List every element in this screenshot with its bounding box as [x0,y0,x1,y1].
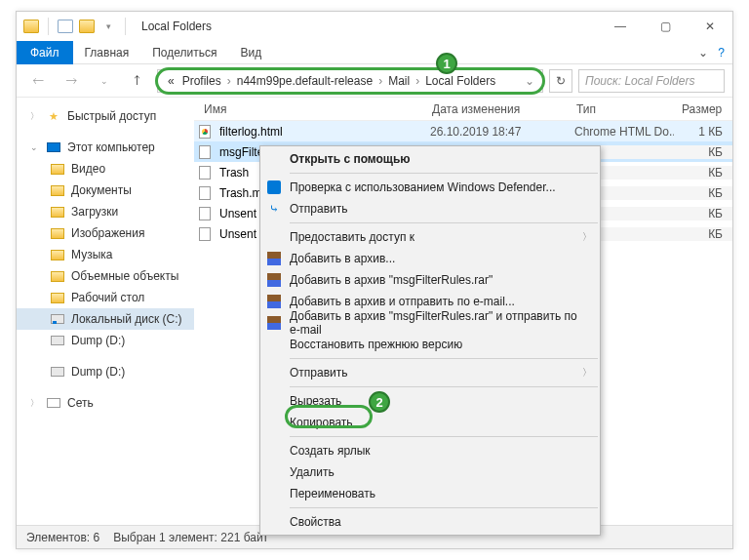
sidebar-item-music[interactable]: Музыка [17,244,194,265]
menu-send-to[interactable]: Отправить〉 [260,362,600,383]
up-button[interactable]: 🡑 [124,67,151,95]
status-selection: Выбран 1 элемент: 221 байт [113,531,268,544]
sidebar-label: Объемные объекты [71,269,178,283]
menu-rename[interactable]: Переименовать [260,483,600,504]
column-headers: Имя Дата изменения Тип Размер [194,98,732,121]
sidebar-item-documents[interactable]: Документы [17,180,194,201]
forward-button[interactable]: 🡒 [58,67,85,95]
file-icon [196,207,214,220]
minimize-button[interactable]: — [598,12,643,41]
menu-label: Открыть с помощью [290,152,411,166]
breadcrumb-item[interactable]: Mail [384,74,414,88]
breadcrumb-item[interactable]: Profiles [178,74,225,88]
status-count: Элементов: 6 [26,531,99,544]
menu-share[interactable]: ⤷Отправить [260,198,600,220]
breadcrumb[interactable]: « Profiles › n44m99pe.default-release › … [157,69,543,93]
window-title: Local Folders [141,20,212,33]
menu-defender-scan[interactable]: Проверка с использованием Windows Defend… [260,177,600,198]
sidebar-label: Dump (D:) [71,365,125,379]
menu-label: Восстановить прежнюю версию [290,338,462,351]
menu-open-with[interactable]: Открыть с помощью [260,148,600,170]
menu-properties[interactable]: Свойства [260,511,600,533]
chevron-right-icon[interactable]: › [225,74,233,88]
context-menu: Открыть с помощью Проверка с использован… [259,145,601,536]
tab-home[interactable]: Главная [73,42,141,63]
sidebar-item-quick-access[interactable]: 〉★Быстрый доступ [17,105,194,127]
menu-add-rar[interactable]: Добавить в архив "msgFilterRules.rar" [260,269,600,291]
menu-label: Свойства [290,515,341,529]
menu-label: Создать ярлык [290,444,371,458]
help-icon[interactable]: ? [718,46,725,60]
menu-label: Отправить [290,366,348,380]
ribbon-expand-icon[interactable]: ⌄ [698,46,708,60]
qat-newfolder-icon[interactable] [78,18,96,35]
menu-label: Проверка с использованием Windows Defend… [290,180,556,194]
column-size[interactable]: Размер [674,102,732,116]
menu-copy[interactable]: Копировать [260,412,600,433]
sidebar-item-this-pc[interactable]: ⌄Этот компьютер [17,137,194,158]
sidebar-item-drive-d2[interactable]: Dump (D:) [17,361,194,382]
menu-label: Переименовать [290,487,375,500]
sidebar-item-drive-c[interactable]: Локальный диск (C:) [17,308,194,330]
menu-create-shortcut[interactable]: Создать ярлык [260,440,600,461]
sidebar-label: Быстрый доступ [67,109,156,123]
menu-add-rar-email[interactable]: Добавить в архив "msgFilterRules.rar" и … [260,312,600,334]
sidebar-label: Изображения [71,226,144,240]
refresh-button[interactable]: ↻ [549,69,572,93]
column-name[interactable]: Имя [196,102,424,116]
sidebar-label: Рабочий стол [71,291,144,304]
sidebar-item-pictures[interactable]: Изображения [17,222,194,244]
shield-icon [266,180,282,195]
file-tab[interactable]: Файл [17,41,73,64]
file-row[interactable]: filterlog.html 26.10.2019 18:47 Chrome H… [194,121,732,141]
rar-icon [266,294,282,309]
chevron-right-icon: 〉 [582,366,592,380]
chevron-right-icon[interactable]: › [414,74,421,88]
menu-cut[interactable]: Вырезать [260,390,600,412]
sidebar-item-network[interactable]: 〉Сеть [17,392,194,414]
sidebar-label: Локальный диск (C:) [71,312,182,326]
file-icon [196,186,214,200]
close-button[interactable]: ✕ [688,12,732,41]
breadcrumb-item[interactable]: n44m99pe.default-release [233,74,376,88]
sidebar-label: Музыка [71,248,112,261]
rar-icon [266,315,282,331]
rar-icon [266,272,282,288]
menu-add-archive[interactable]: Добавить в архив... [260,248,600,269]
sidebar-item-downloads[interactable]: Загрузки [17,201,194,222]
share-icon: ⤷ [266,201,282,217]
column-date[interactable]: Дата изменения [424,102,569,116]
back-button[interactable]: 🡐 [24,67,52,95]
sidebar-item-videos[interactable]: Видео [17,158,194,180]
qat-properties-icon[interactable] [57,18,74,35]
recent-dropdown[interactable]: ⌄ [91,67,118,95]
breadcrumb-item[interactable]: Local Folders [421,74,499,88]
annotation-badge-2: 2 [369,391,390,413]
breadcrumb-overflow[interactable]: « [164,74,178,88]
file-size: 1 КБ [674,125,732,139]
menu-label: Отправить [290,202,348,216]
titlebar: ▾ Local Folders — ▢ ✕ [17,12,732,41]
sidebar-item-desktop[interactable]: Рабочий стол [17,287,194,308]
file-name: filterlog.html [214,125,424,139]
file-type: Chrome HTML Do... [569,125,674,139]
menu-restore-version[interactable]: Восстановить прежнюю версию [260,334,600,355]
breadcrumb-dropdown-icon[interactable]: ⌄ [523,74,536,88]
sidebar-label: Сеть [67,396,94,410]
annotation-badge-1: 1 [436,53,457,74]
qat-dropdown-icon[interactable]: ▾ [99,18,117,35]
file-icon [196,125,214,139]
search-input[interactable]: Поиск: Local Folders [578,69,725,93]
sidebar-item-3d-objects[interactable]: Объемные объекты [17,265,194,287]
menu-delete[interactable]: Удалить [260,461,600,483]
column-type[interactable]: Тип [569,102,674,116]
file-icon [196,145,214,159]
menu-give-access[interactable]: Предоставить доступ к〉 [260,226,600,248]
chevron-right-icon[interactable]: › [376,74,384,88]
sidebar-label: Dump (D:) [71,334,125,347]
tab-share[interactable]: Поделиться [140,42,228,63]
navigation-pane: 〉★Быстрый доступ ⌄Этот компьютер Видео Д… [17,98,194,517]
sidebar-item-drive-d[interactable]: Dump (D:) [17,330,194,351]
maximize-button[interactable]: ▢ [643,12,688,41]
tab-view[interactable]: Вид [228,42,273,63]
